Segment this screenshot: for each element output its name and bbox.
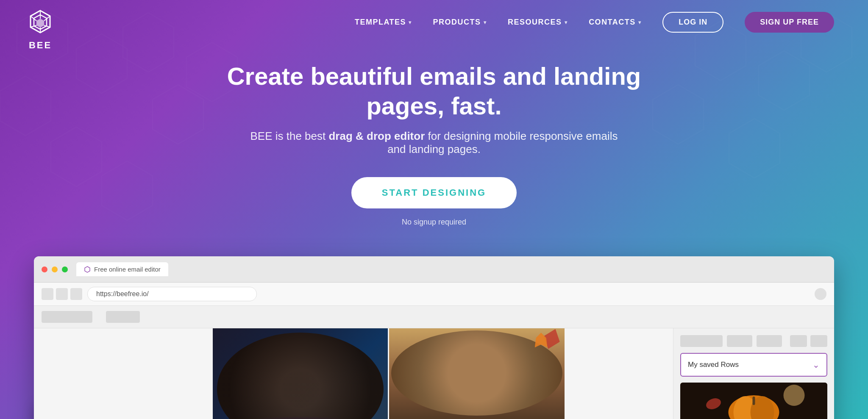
saved-rows-chevron-icon: ⌄ [812, 360, 820, 370]
editor-canvas [34, 328, 673, 419]
food-photo-left [213, 328, 388, 419]
hero-section: BEE TEMPLATES ▾ PRODUCTS ▾ RESOURCES ▾ C… [0, 0, 868, 419]
panel-preview-image [680, 383, 827, 419]
contacts-chevron-icon: ▾ [638, 19, 642, 25]
food-photos-main [213, 328, 564, 419]
browser-reload-btn[interactable] [70, 288, 82, 300]
templates-chevron-icon: ▾ [409, 19, 412, 25]
saved-rows-label: My saved Rows [688, 361, 739, 369]
bee-tab-icon [84, 266, 91, 273]
login-button[interactable]: LOG IN [662, 12, 723, 33]
nav-templates[interactable]: TEMPLATES ▾ [355, 18, 412, 27]
no-signup-text: No signup required [402, 218, 466, 227]
products-chevron-icon: ▾ [484, 19, 487, 25]
browser-dot-yellow [52, 266, 58, 272]
browser-titlebar: Free online email editor [34, 256, 834, 283]
panel-preview-card: OFF [680, 383, 827, 419]
resources-chevron-icon: ▾ [565, 19, 568, 25]
panel-tab-icon-2[interactable] [810, 335, 827, 347]
editor-toolbar [34, 306, 834, 328]
hero-subtitle: BEE is the best drag & drop editor for d… [243, 130, 625, 156]
browser-forward-btn[interactable] [56, 288, 68, 300]
browser-back-btn[interactable] [42, 288, 53, 300]
cta-button[interactable]: START DESIGNING [351, 177, 517, 208]
panel-tab-2[interactable] [727, 335, 752, 347]
svg-point-42 [784, 385, 805, 406]
svg-marker-22 [85, 266, 90, 272]
svg-rect-41 [753, 397, 755, 405]
nav-contacts[interactable]: CONTACTS ▾ [589, 18, 641, 27]
hero-title: Create beautiful emails and landing page… [201, 61, 667, 120]
nav-resources[interactable]: RESOURCES ▾ [508, 18, 568, 27]
browser-mockup-wrapper: Free online email editor https://beefree… [0, 256, 868, 419]
nav-products[interactable]: PRODUCTS ▾ [433, 18, 487, 27]
saved-rows-dropdown[interactable]: My saved Rows ⌄ [680, 353, 827, 377]
nav-links: TEMPLATES ▾ PRODUCTS ▾ RESOURCES ▾ CONTA… [355, 12, 834, 33]
food-photo-right [389, 328, 564, 419]
browser-nav-buttons [42, 288, 82, 300]
logo-icon [25, 8, 55, 38]
panel-tabs [680, 335, 827, 347]
editor-wrapper: My saved Rows ⌄ [34, 306, 834, 419]
browser-dot-red [42, 266, 47, 272]
browser-addressbar: https://beefree.io/ [34, 283, 834, 306]
browser-extension-icon [815, 288, 826, 300]
editor-main-area: My saved Rows ⌄ [34, 328, 834, 419]
editor-right-panel: My saved Rows ⌄ [673, 328, 834, 419]
panel-tab-1[interactable] [680, 335, 723, 347]
panel-tab-right [790, 335, 827, 347]
panel-tab-3[interactable] [757, 335, 782, 347]
hero-content: Create beautiful emails and landing page… [0, 44, 868, 248]
browser-tab[interactable]: Free online email editor [76, 262, 168, 276]
svg-marker-15 [36, 19, 44, 28]
signup-button[interactable]: SIGN UP FREE [745, 12, 834, 33]
browser-mockup: Free online email editor https://beefree… [34, 256, 834, 419]
browser-tab-label: Free online email editor [94, 266, 161, 273]
navbar: BEE TEMPLATES ▾ PRODUCTS ▾ RESOURCES ▾ C… [0, 0, 868, 44]
panel-tab-icon-1[interactable] [790, 335, 807, 347]
browser-url-bar[interactable]: https://beefree.io/ [87, 287, 257, 301]
browser-dot-green [62, 266, 68, 272]
toolbar-block-2 [106, 311, 140, 323]
toolbar-block-1 [42, 311, 92, 323]
